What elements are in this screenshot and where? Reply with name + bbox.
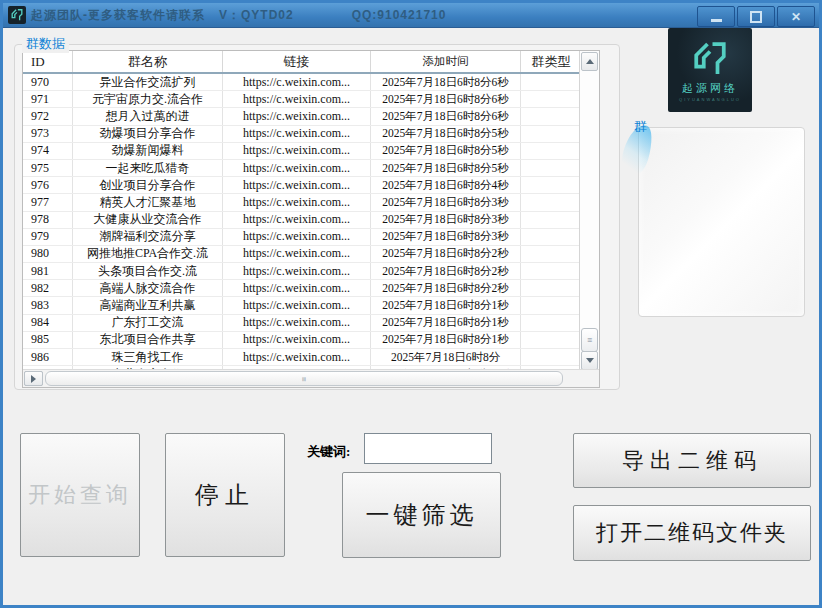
- column-header[interactable]: 群名称: [73, 51, 223, 72]
- table-row[interactable]: 980网推地推CPA合作交.流https://c.weixin.com...20…: [23, 246, 599, 263]
- table-cell: https://c.weixin.com...: [223, 108, 371, 124]
- app-window: 起源团队-更多获客软件请联系 V：QYTD02 QQ:910421710 ✕ 群…: [0, 0, 822, 608]
- table-cell: 2025年7月18日6时8分5秒: [371, 160, 521, 176]
- table-cell: https://c.weixin.com...: [223, 143, 371, 159]
- table-cell: 2025年7月18日6时8分5秒: [371, 143, 521, 159]
- table-row[interactable]: 973劲爆项目分享合作https://c.weixin.com...2025年7…: [23, 126, 599, 143]
- table-cell: 广东打工交流: [73, 315, 223, 331]
- column-header[interactable]: 添加时间: [371, 51, 521, 72]
- table-cell: https://c.weixin.com...: [223, 315, 371, 331]
- minimize-button[interactable]: [697, 6, 735, 27]
- table-cell: 2025年7月18日6时8分5秒: [371, 126, 521, 142]
- table-header: ID群名称链接添加时间群类型: [23, 51, 599, 74]
- vertical-scrollbar[interactable]: ≡: [579, 51, 599, 371]
- down-arrow-icon: [586, 358, 594, 363]
- minimize-icon: [711, 19, 722, 22]
- brand-name: 起源网络: [682, 81, 738, 96]
- scroll-up-button[interactable]: [581, 52, 598, 71]
- table-cell: [521, 229, 581, 245]
- horizontal-scrollbar[interactable]: ≡: [23, 369, 599, 387]
- table-row[interactable]: 984广东打工交流https://c.weixin.com...2025年7月1…: [23, 315, 599, 332]
- title-bar[interactable]: 起源团队-更多获客软件请联系 V：QYTD02 QQ:910421710 ✕: [3, 3, 819, 28]
- table-cell: 高端商业互利共赢: [73, 297, 223, 313]
- table-cell: 981: [23, 263, 73, 279]
- scroll-down-button[interactable]: [581, 351, 598, 370]
- table-cell: 2025年7月18日6时8分6秒: [371, 108, 521, 124]
- table-row[interactable]: 986珠三角找工作https://c.weixin.com...2025年7月1…: [23, 349, 599, 366]
- table-cell: https://c.weixin.com...: [223, 297, 371, 313]
- brand-logo: 起源网络 QIYUANWANGLUO: [668, 28, 752, 112]
- maximize-icon: [750, 11, 762, 23]
- scroll-right-button[interactable]: [24, 371, 43, 386]
- open-qrcode-folder-button[interactable]: 打开二维码文件夹: [573, 505, 811, 561]
- table-cell: 2025年7月18日6时8分4秒: [371, 177, 521, 193]
- start-query-button[interactable]: 开始查询: [20, 433, 140, 557]
- table-row[interactable]: 982高端人脉交流合作https://c.weixin.com...2025年7…: [23, 280, 599, 297]
- table-cell: [521, 194, 581, 210]
- export-qrcode-button[interactable]: 导出二维码: [573, 433, 811, 488]
- close-icon: ✕: [791, 11, 801, 23]
- title-qq-number: QQ:910421710: [352, 8, 447, 22]
- table-row[interactable]: 983高端商业互利共赢https://c.weixin.com...2025年7…: [23, 297, 599, 314]
- table-cell: 983: [23, 297, 73, 313]
- one-click-filter-button[interactable]: 一键筛选: [342, 472, 501, 558]
- table-cell: [521, 212, 581, 228]
- close-button[interactable]: ✕: [777, 6, 815, 27]
- table-cell: [521, 91, 581, 107]
- table-row[interactable]: 972想月入过萬的进https://c.weixin.com...2025年7月…: [23, 108, 599, 125]
- table-cell: 980: [23, 246, 73, 262]
- table-cell: [521, 126, 581, 142]
- table-row[interactable]: 975一起来吃瓜猎奇https://c.weixin.com...2025年7月…: [23, 160, 599, 177]
- qr-box-legend: 群: [630, 118, 651, 136]
- table-row[interactable]: 974劲爆新闻爆料https://c.weixin.com...2025年7月1…: [23, 143, 599, 160]
- table-row[interactable]: 976创业项目分享合作https://c.weixin.com...2025年7…: [23, 177, 599, 194]
- table-row[interactable]: 981头条项目合作交.流https://c.weixin.com...2025年…: [23, 263, 599, 280]
- table-cell: 大健康从业交流合作: [73, 212, 223, 228]
- up-arrow-icon: [586, 59, 594, 64]
- stop-button[interactable]: 停止: [165, 433, 285, 557]
- table-cell: 2025年7月18日6时8分2秒: [371, 263, 521, 279]
- qy-logo-icon: [690, 39, 730, 79]
- table-cell: https://c.weixin.com...: [223, 229, 371, 245]
- table-cell: 珠三角找工作: [73, 349, 223, 365]
- table-cell: https://c.weixin.com...: [223, 74, 371, 90]
- table-cell: [521, 280, 581, 296]
- table-cell: 头条项目合作交.流: [73, 263, 223, 279]
- table-cell: [521, 74, 581, 90]
- table-cell: 一起来吃瓜猎奇: [73, 160, 223, 176]
- table-cell: 2025年7月18日6时8分2秒: [371, 246, 521, 262]
- table-row[interactable]: 970异业合作交流扩列https://c.weixin.com...2025年7…: [23, 74, 599, 91]
- table-cell: 2025年7月18日6时8分3秒: [371, 194, 521, 210]
- table-cell: 元宇宙原力交.流合作: [73, 91, 223, 107]
- maximize-button[interactable]: [737, 6, 775, 27]
- keyword-input[interactable]: [364, 433, 492, 464]
- table-cell: https://c.weixin.com...: [223, 177, 371, 193]
- horizontal-scroll-thumb[interactable]: ≡: [45, 371, 563, 386]
- keyword-label: 关键词:: [307, 443, 350, 461]
- table-cell: 网推地推CPA合作交.流: [73, 246, 223, 262]
- table-cell: [521, 349, 581, 365]
- group-data-legend: 群数据: [22, 35, 69, 53]
- column-header[interactable]: 链接: [223, 51, 371, 72]
- qr-display-box: 群: [638, 118, 805, 317]
- column-header[interactable]: ID: [23, 51, 73, 72]
- table-row[interactable]: 978大健康从业交流合作https://c.weixin.com...2025年…: [23, 212, 599, 229]
- table-row[interactable]: 985东北项目合作共享https://c.weixin.com...2025年7…: [23, 332, 599, 349]
- table-row[interactable]: 979潮牌福利交流分享https://c.weixin.com...2025年7…: [23, 229, 599, 246]
- table-row[interactable]: 971元宇宙原力交.流合作https://c.weixin.com...2025…: [23, 91, 599, 108]
- table-cell: https://c.weixin.com...: [223, 263, 371, 279]
- table-cell: 劲爆项目分享合作: [73, 126, 223, 142]
- table-cell: [521, 160, 581, 176]
- table-cell: 975: [23, 160, 73, 176]
- app-icon: [8, 6, 26, 24]
- table-cell: https://c.weixin.com...: [223, 280, 371, 296]
- table-cell: 985: [23, 332, 73, 348]
- table-cell: 2025年7月18日6时8分2秒: [371, 280, 521, 296]
- vertical-scroll-thumb[interactable]: ≡: [581, 328, 598, 352]
- table-cell: 高端人脉交流合作: [73, 280, 223, 296]
- table-cell: [521, 177, 581, 193]
- table-cell: 982: [23, 280, 73, 296]
- table-cell: 2025年7月18日6时8分6秒: [371, 91, 521, 107]
- table-row[interactable]: 977精英人才汇聚基地https://c.weixin.com...2025年7…: [23, 194, 599, 211]
- column-header[interactable]: 群类型: [521, 51, 581, 72]
